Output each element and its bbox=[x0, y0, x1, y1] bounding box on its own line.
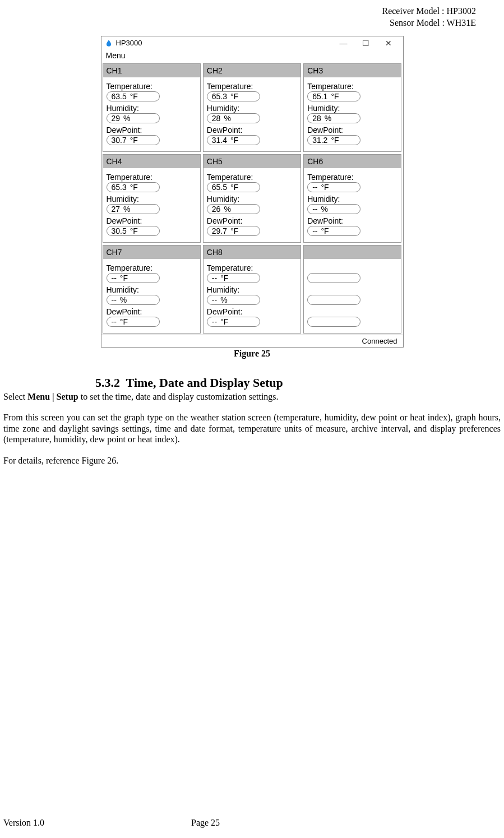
humidity-input[interactable] bbox=[307, 295, 360, 305]
menu-item[interactable]: Menu bbox=[101, 50, 403, 62]
temperature-input[interactable]: --°F bbox=[207, 273, 260, 283]
unit: % bbox=[123, 114, 130, 123]
maximize-button[interactable]: ☐ bbox=[355, 39, 377, 48]
channel-panel: CH4Temperature:65.3°FHumidity:27%DewPoin… bbox=[103, 154, 201, 243]
humidity-input[interactable]: 27% bbox=[107, 204, 160, 214]
temperature-input[interactable]: --°F bbox=[307, 182, 360, 192]
value: 28 bbox=[312, 114, 321, 123]
temperature-input[interactable]: 65.3°F bbox=[207, 91, 260, 101]
dewpoint-input[interactable]: --°F bbox=[207, 317, 260, 327]
droplet-icon bbox=[105, 39, 113, 47]
channel-title bbox=[304, 246, 401, 259]
temperature-input[interactable]: 65.1°F bbox=[307, 91, 360, 101]
unit: °F bbox=[230, 92, 238, 101]
temperature-label: Temperature: bbox=[207, 173, 297, 182]
dewpoint-input[interactable]: --°F bbox=[107, 317, 160, 327]
unit: °F bbox=[220, 317, 228, 326]
status-bar: Connected bbox=[101, 335, 403, 347]
channel-panel: CH5Temperature:65.5°FHumidity:26%DewPoin… bbox=[203, 154, 301, 243]
humidity-input[interactable]: 26% bbox=[207, 204, 260, 214]
temperature-input[interactable] bbox=[307, 273, 360, 283]
humidity-label: Humidity: bbox=[307, 104, 397, 113]
dewpoint-input[interactable]: --°F bbox=[307, 226, 360, 236]
channel-body: Temperature:65.5°FHumidity:26%DewPoint:2… bbox=[204, 168, 300, 242]
value: 31.4 bbox=[212, 136, 227, 145]
channel-body: Temperature:--°FHumidity:--%DewPoint:--°… bbox=[304, 168, 401, 242]
value: -- bbox=[212, 317, 217, 326]
humidity-input[interactable]: --% bbox=[107, 295, 160, 305]
dewpoint-input[interactable]: 29.7°F bbox=[207, 226, 260, 236]
dewpoint-input[interactable]: 31.4°F bbox=[207, 135, 260, 145]
unit: % bbox=[325, 114, 331, 123]
dewpoint-label: DewPoint: bbox=[107, 126, 197, 135]
app-window: HP3000 — ☐ ✕ Menu CH1Temperature:63.5°FH… bbox=[101, 36, 404, 348]
humidity-input[interactable]: --% bbox=[207, 295, 260, 305]
unit: % bbox=[120, 295, 127, 304]
dewpoint-input[interactable]: 30.5°F bbox=[107, 226, 160, 236]
unit: % bbox=[321, 205, 327, 214]
temperature-input[interactable]: 65.5°F bbox=[207, 182, 260, 192]
dewpoint-input[interactable]: 30.7°F bbox=[107, 135, 160, 145]
sensor-model: Sensor Model : WH31E bbox=[0, 17, 476, 29]
unit: °F bbox=[230, 136, 238, 145]
humidity-label: Humidity: bbox=[107, 104, 197, 113]
value: 30.5 bbox=[112, 226, 127, 235]
value: 65.1 bbox=[312, 92, 327, 101]
dewpoint-label: DewPoint: bbox=[107, 307, 197, 317]
temperature-input[interactable]: 63.5°F bbox=[107, 91, 160, 101]
humidity-label: Humidity: bbox=[107, 285, 197, 295]
channel-title: CH6 bbox=[304, 155, 401, 168]
channel-panel: CH8Temperature:--°FHumidity:--%DewPoint:… bbox=[203, 245, 301, 334]
channel-body: Temperature:65.3°FHumidity:27%DewPoint:3… bbox=[103, 168, 200, 242]
value: -- bbox=[112, 274, 117, 283]
temperature-input[interactable]: 65.3°F bbox=[107, 182, 160, 192]
receiver-model: Receiver Model : HP3002 bbox=[0, 6, 476, 17]
value: 65.5 bbox=[212, 183, 227, 192]
minimize-button[interactable]: — bbox=[332, 39, 355, 48]
value: 26 bbox=[212, 205, 221, 214]
channel-title: CH1 bbox=[103, 64, 200, 77]
page-header: Receiver Model : HP3002 Sensor Model : W… bbox=[0, 6, 504, 29]
temperature-input[interactable]: --°F bbox=[107, 273, 160, 283]
temperature-label: Temperature: bbox=[207, 263, 297, 273]
channel-title: CH7 bbox=[103, 246, 200, 259]
dewpoint-label: DewPoint: bbox=[307, 126, 397, 135]
temperature-label: Temperature: bbox=[107, 173, 197, 182]
unit: °F bbox=[230, 183, 238, 192]
unit: % bbox=[224, 114, 230, 123]
paragraph-3: For details, reference Figure 26. bbox=[3, 455, 501, 466]
unit: % bbox=[123, 205, 130, 214]
channel-body: Temperature:--°FHumidity:--%DewPoint:--°… bbox=[103, 259, 200, 333]
unit: °F bbox=[130, 92, 138, 101]
channel-panel: CH7Temperature:--°FHumidity:--%DewPoint:… bbox=[103, 245, 201, 334]
body-text: Select Menu | Setup to set the time, dat… bbox=[0, 391, 504, 466]
value: 31.2 bbox=[312, 136, 327, 145]
dewpoint-input[interactable]: 31.2°F bbox=[307, 135, 360, 145]
value: 30.7 bbox=[112, 136, 127, 145]
temperature-label: Temperature: bbox=[307, 173, 397, 182]
channel-body: Temperature:63.5°FHumidity:29%DewPoint:3… bbox=[103, 77, 200, 151]
humidity-input[interactable]: 28% bbox=[207, 113, 260, 123]
channel-panel: CH6Temperature:--°FHumidity:--%DewPoint:… bbox=[303, 154, 401, 243]
close-button[interactable]: ✕ bbox=[377, 39, 400, 48]
unit: °F bbox=[321, 226, 329, 235]
dewpoint-label: DewPoint: bbox=[307, 216, 397, 226]
humidity-input[interactable]: 29% bbox=[107, 113, 160, 123]
unit: °F bbox=[120, 317, 128, 326]
value: -- bbox=[212, 274, 217, 283]
channel-panel: CH2Temperature:65.3°FHumidity:28%DewPoin… bbox=[203, 63, 301, 152]
humidity-input[interactable]: --% bbox=[307, 204, 360, 214]
title-bar: HP3000 — ☐ ✕ bbox=[101, 36, 403, 50]
channel-title: CH3 bbox=[304, 64, 401, 77]
channel-panel: CH1Temperature:63.5°FHumidity:29%DewPoin… bbox=[103, 63, 201, 152]
value: -- bbox=[312, 205, 317, 214]
value: 63.5 bbox=[112, 92, 127, 101]
paragraph-2: From this screen you can set the graph t… bbox=[3, 412, 501, 445]
channel-panel bbox=[303, 245, 401, 334]
dewpoint-input[interactable] bbox=[307, 317, 360, 327]
unit: °F bbox=[331, 136, 339, 145]
channel-title: CH8 bbox=[204, 246, 300, 259]
value: -- bbox=[112, 295, 117, 304]
dewpoint-label: DewPoint: bbox=[207, 216, 297, 226]
humidity-input[interactable]: 28% bbox=[307, 113, 360, 123]
